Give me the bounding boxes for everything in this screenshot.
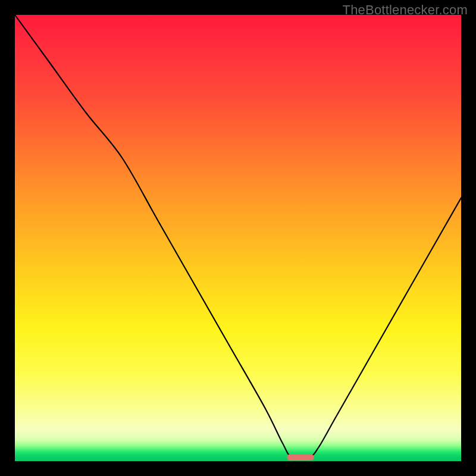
optimum-marker [287, 454, 314, 461]
bottleneck-curve [15, 15, 461, 458]
plot-area [15, 15, 461, 461]
chart-svg [15, 15, 461, 461]
chart-frame: TheBottlenecker.com [0, 0, 476, 476]
